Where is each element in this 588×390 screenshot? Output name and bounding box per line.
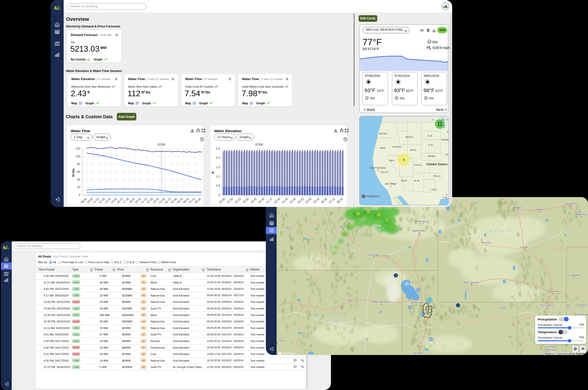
svg-text:01:15: 01:15 <box>266 197 273 204</box>
svg-text:Cheyenne: Cheyenne <box>547 290 559 293</box>
svg-text:Burley: Burley <box>383 254 391 257</box>
svg-text:Hailey: Hailey <box>374 228 381 231</box>
svg-text:15:00: 15:00 <box>110 197 118 204</box>
svg-text:Spearfish: Spearfish <box>564 202 576 205</box>
svg-text:23:45: 23:45 <box>152 197 160 204</box>
svg-text:20:45: 20:45 <box>219 197 226 204</box>
svg-text:03:30: 03:30 <box>289 197 296 204</box>
svg-text:18:45: 18:45 <box>128 197 136 204</box>
svg-text:2.5: 2.5 <box>216 147 220 150</box>
svg-text:02:15: 02:15 <box>164 197 172 204</box>
svg-text:80: 80 <box>77 162 81 166</box>
svg-text:WYOMING: WYOMING <box>489 229 515 233</box>
svg-text:13:45: 13:45 <box>104 197 112 204</box>
svg-text:United States: United States <box>426 162 448 166</box>
svg-text:100: 100 <box>75 155 80 158</box>
svg-text:07/30: 07/30 <box>157 143 165 146</box>
svg-text:San Francisco: San Francisco <box>370 166 386 169</box>
svg-text:TEX.: TEX. <box>431 189 437 191</box>
svg-text:07/30: 07/30 <box>255 143 263 146</box>
svg-text:ARIZ.: ARIZ. <box>401 179 408 182</box>
svg-text:20: 20 <box>77 186 81 189</box>
svg-text:0: 0 <box>218 194 220 197</box>
svg-text:MINN: MINN <box>442 139 449 141</box>
svg-text:04:45: 04:45 <box>176 197 183 204</box>
svg-text:22:15: 22:15 <box>234 197 242 204</box>
svg-text:Casper: Casper <box>520 245 529 248</box>
svg-text:02:45: 02:45 <box>281 197 289 204</box>
svg-text:Boise: Boise <box>340 225 346 228</box>
svg-text:Rexburg: Rexburg <box>419 220 428 223</box>
svg-text:40: 40 <box>77 178 81 181</box>
svg-text:WASH.: WASH. <box>379 133 388 135</box>
svg-text:Springs: Springs <box>546 348 555 351</box>
svg-text:12:30: 12:30 <box>98 197 105 204</box>
svg-text:Riverton: Riverton <box>482 241 491 244</box>
svg-text:Sterling: Sterling <box>578 304 587 306</box>
svg-text:16:15: 16:15 <box>116 197 124 204</box>
svg-text:Rock Springs: Rock Springs <box>464 281 479 284</box>
svg-text:ft: ft <box>211 171 215 174</box>
svg-text:S.D.: S.D. <box>428 144 434 146</box>
svg-text:IDAHO: IDAHO <box>363 207 379 211</box>
svg-text:Burns: Burns <box>286 226 293 229</box>
svg-text:23:00: 23:00 <box>242 197 249 204</box>
svg-text:Gillette: Gillette <box>536 208 544 211</box>
svg-text:Fort Collins: Fort Collins <box>541 304 554 307</box>
svg-text:Scottsbluff: Scottsbluff <box>568 274 580 277</box>
svg-text:8: 8 <box>403 158 405 162</box>
svg-text:01:00: 01:00 <box>158 197 166 204</box>
svg-text:Cody: Cody <box>471 201 478 204</box>
svg-text:MONT.: MONT. <box>406 136 414 138</box>
svg-text:IOV: IOV <box>445 153 449 156</box>
svg-text:11:15: 11:15 <box>92 197 99 204</box>
svg-text:06:00: 06:00 <box>182 197 189 204</box>
svg-text:Twin Falls: Twin Falls <box>368 253 380 256</box>
svg-text:San Diego: San Diego <box>385 182 397 185</box>
svg-text:21:15: 21:15 <box>140 197 148 204</box>
svg-text:23:45: 23:45 <box>250 197 257 204</box>
svg-text:Idaho Falls: Idaho Falls <box>413 229 425 232</box>
svg-text:N.M.: N.M. <box>414 179 420 182</box>
svg-text:ORE.: ORE. <box>380 147 387 149</box>
svg-text:1.5: 1.5 <box>216 165 220 169</box>
svg-text:03:30: 03:30 <box>170 197 178 204</box>
svg-text:0.5: 0.5 <box>216 184 220 188</box>
svg-text:07:15: 07:15 <box>328 197 336 204</box>
svg-text:17:30: 17:30 <box>122 197 130 204</box>
svg-text:n City: n City <box>278 339 285 342</box>
svg-text:21:30: 21:30 <box>226 197 234 204</box>
svg-text:22:30: 22:30 <box>146 197 153 204</box>
svg-text:Ketchum: Ketchum <box>372 225 381 227</box>
svg-text:Buffalo: Buffalo <box>514 206 522 209</box>
svg-text:0: 0 <box>79 194 80 197</box>
svg-text:20:00: 20:00 <box>134 197 141 204</box>
svg-text:05:00: 05:00 <box>305 197 312 204</box>
svg-text:OKLA.: OKLA. <box>433 175 442 177</box>
svg-text:Colorado: Colorado <box>546 345 556 348</box>
svg-text:NEV.: NEV. <box>389 159 395 162</box>
svg-text:04:15: 04:15 <box>297 197 304 204</box>
svg-text:NEVADA: NEVADA <box>325 319 346 323</box>
svg-text:COLO.: COLO. <box>414 164 423 166</box>
svg-text:N.D.: N.D. <box>428 135 433 137</box>
svg-text:Richfield: Richfield <box>414 352 423 354</box>
svg-text:West Wendover: West Wendover <box>373 300 391 303</box>
svg-text:ft^3/s: ft^3/s <box>72 168 75 177</box>
svg-text:Ely: Ely <box>365 337 369 340</box>
svg-text:3: 3 <box>429 299 430 302</box>
svg-text:CALIF.: CALIF. <box>380 171 389 173</box>
svg-text:08:45: 08:45 <box>80 197 88 204</box>
svg-text:2.0: 2.0 <box>216 156 220 160</box>
svg-text:05:45: 05:45 <box>313 197 320 204</box>
svg-text:Elko: Elko <box>348 298 353 301</box>
svg-text:Rapid City: Rapid City <box>576 213 588 216</box>
svg-text:60: 60 <box>77 170 81 174</box>
svg-text:WYO.: WYO. <box>410 149 417 151</box>
svg-text:07:15: 07:15 <box>188 197 196 204</box>
svg-text:10:00: 10:00 <box>86 197 93 204</box>
svg-text:08:00: 08:00 <box>336 197 344 204</box>
svg-text:Craig: Craig <box>499 306 505 309</box>
svg-text:08:30: 08:30 <box>194 197 202 204</box>
svg-text:UTAH: UTAH <box>422 339 435 343</box>
